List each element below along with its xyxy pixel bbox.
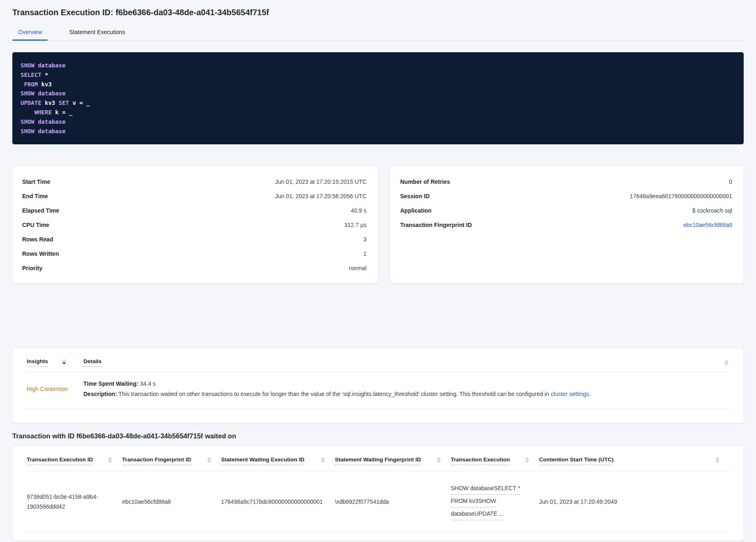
- summary-row-priority: Priority normal: [22, 261, 366, 275]
- contention-start-time-column-label[interactable]: Contention Start Time (UTC): [539, 456, 613, 465]
- summary-row-end-time: End Time Jun 01, 2023 at 17:20:56:2056 U…: [22, 189, 366, 203]
- description-label: Description:: [83, 391, 117, 397]
- sort-icon-insights[interactable]: [62, 359, 66, 365]
- time-spent-waiting-value: 34.4 s: [138, 380, 156, 387]
- summary-row-rows-read: Rows Read 3: [22, 232, 366, 246]
- txn-fingerprint-label: Transaction Fingerprint ID: [400, 222, 472, 228]
- summary-row-txn-fingerprint: Transaction Fingerprint ID ebc10ae56cfd8…: [400, 218, 732, 232]
- high-contention-badge: High Contention: [27, 386, 83, 392]
- column-header-txn-fingerprint-id: Transaction Fingerprint ID: [122, 456, 221, 465]
- summary-row-retries: Number of Retries 0: [400, 174, 732, 189]
- priority-label: Priority: [22, 265, 42, 271]
- time-spent-waiting-label: Time Spent Waiting:: [83, 380, 138, 387]
- summary-cards-row: Start Time Jun 01, 2023 at 17:20:15:2015…: [12, 166, 744, 283]
- summary-row-session-id: Session ID 17648a9eea6017800000000000000…: [400, 189, 732, 203]
- rows-written-label: Rows Written: [22, 250, 59, 257]
- application-label: Application: [400, 207, 431, 214]
- elapsed-time-value: 40.9 s: [351, 207, 366, 214]
- waited-on-table-header: Transaction Execution ID Transaction Fin…: [27, 446, 729, 471]
- insight-details: Time Spent Waiting: 34.4 s Description: …: [83, 380, 729, 397]
- txn-execution-line-1: SHOW databaseSELECT *: [451, 483, 520, 495]
- description-text: This transaction waited on other transac…: [117, 391, 551, 397]
- session-summary-card: Number of Retries 0 Session ID 17648a9ee…: [390, 166, 744, 283]
- details-column-label[interactable]: Details: [83, 358, 101, 367]
- insights-column-label[interactable]: Insights: [27, 358, 48, 367]
- insights-table-footer: [27, 409, 729, 423]
- start-time-value: Jun 01, 2023 at 17:20:15:2015 UTC: [275, 178, 366, 185]
- insights-column-header: Insights: [27, 358, 83, 367]
- rows-read-label: Rows Read: [22, 236, 53, 243]
- insights-table-header: Insights Details: [27, 348, 729, 372]
- page-container: Transaction Execution ID: f6be6366-da03-…: [0, 7, 756, 541]
- cell-stmt-waiting-fingerprint-id: \xdb8922f077541dda: [335, 497, 451, 507]
- txn-execution-column-label[interactable]: Transaction Execution: [451, 456, 510, 465]
- cpu-time-value: 312.7 µs: [344, 222, 366, 228]
- waited-on-table-footer: [27, 532, 729, 541]
- insights-table-card: Insights Details High Contention Time Sp…: [12, 348, 744, 423]
- end-time-label: End Time: [22, 193, 48, 199]
- waited-on-table-card: Transaction Execution ID Transaction Fin…: [12, 446, 744, 541]
- rows-written-value: 1: [363, 250, 366, 257]
- sort-icon-txn-execution-id[interactable]: [108, 457, 112, 463]
- application-value: $ cockroach sql: [692, 207, 732, 214]
- column-header-stmt-waiting-execution-id: Statement Waiting Execution ID: [221, 456, 335, 465]
- tab-statement-executions[interactable]: Statement Executions: [63, 25, 131, 40]
- tab-bar: Overview Statement Executions: [12, 25, 744, 41]
- column-header-contention-start-time: Contention Start Time (UTC): [539, 456, 729, 465]
- summary-row-cpu-time: CPU Time 312.7 µs: [22, 218, 366, 232]
- page-title: Transaction Execution ID: f6be6366-da03-…: [12, 7, 744, 18]
- stmt-waiting-fingerprint-id-column-label[interactable]: Statement Waiting Fingerprint ID: [335, 456, 421, 465]
- priority-value: normal: [349, 265, 366, 271]
- stmt-waiting-execution-id-column-label[interactable]: Statement Waiting Execution ID: [221, 456, 304, 465]
- cell-txn-fingerprint-id: ebc10ae56cfd88a8: [122, 497, 221, 507]
- column-header-txn-execution: Transaction Execution: [451, 456, 539, 465]
- cluster-settings-link[interactable]: cluster settings: [551, 391, 589, 397]
- column-header-stmt-waiting-fingerprint-id: Statement Waiting Fingerprint ID: [335, 456, 451, 465]
- cell-contention-start-time: Jun 01, 2023 at 17:20:49:2049: [539, 497, 729, 507]
- column-header-txn-execution-id: Transaction Execution ID: [27, 456, 122, 465]
- txn-execution-line-3: databaseUPDATE ...: [451, 509, 504, 520]
- insight-row: High Contention Time Spent Waiting: 34.4…: [27, 372, 729, 409]
- cpu-time-label: CPU Time: [22, 222, 49, 228]
- transaction-summary-card: Start Time Jun 01, 2023 at 17:20:15:2015…: [12, 166, 378, 283]
- end-time-value: Jun 01, 2023 at 17:20:56:2056 UTC: [275, 193, 366, 199]
- session-id-label: Session ID: [400, 193, 430, 199]
- cell-stmt-waiting-execution-id: 176498a9c717bdc80000000000000001: [221, 497, 335, 507]
- sort-icon-stmt-waiting-execution-id[interactable]: [321, 457, 325, 463]
- summary-row-elapsed-time: Elapsed Time 40.9 s: [22, 203, 366, 218]
- txn-execution-line-2: FROM kv3SHOW: [451, 496, 496, 507]
- summary-row-application: Application $ cockroach sql: [400, 203, 732, 218]
- sort-icon-txn-fingerprint-id[interactable]: [207, 457, 211, 463]
- rows-read-value: 3: [363, 236, 366, 243]
- start-time-label: Start Time: [22, 178, 50, 185]
- sort-icon-insights-right[interactable]: [724, 360, 728, 366]
- description-suffix: .: [589, 391, 591, 397]
- txn-execution-id-column-label[interactable]: Transaction Execution ID: [27, 456, 93, 465]
- session-id-value: 17648a9eea6017800000000000000001: [630, 193, 732, 199]
- sort-icon-contention-start-time[interactable]: [715, 457, 719, 463]
- elapsed-time-label: Elapsed Time: [22, 207, 59, 214]
- time-spent-waiting: Time Spent Waiting: 34.4 s: [83, 380, 729, 387]
- sort-icon-stmt-waiting-fingerprint-id[interactable]: [437, 457, 441, 463]
- summary-row-rows-written: Rows Written 1: [22, 246, 366, 261]
- txn-fingerprint-link[interactable]: ebc10ae56cfd88a8: [683, 222, 732, 228]
- waited-on-table-row: 9738d051-bc0e-4158-a9b4-1903586ddd42 ebc…: [27, 471, 729, 532]
- txn-fingerprint-id-column-label[interactable]: Transaction Fingerprint ID: [122, 456, 191, 465]
- sort-icon-txn-execution[interactable]: [525, 457, 529, 463]
- insight-description: Description: This transaction waited on …: [83, 391, 729, 397]
- retries-value: 0: [729, 178, 732, 185]
- cell-txn-execution-id: 9738d051-bc0e-4158-a9b4-1903586ddd42: [27, 492, 122, 512]
- retries-label: Number of Retries: [400, 178, 450, 185]
- sql-statements-box: SHOW databaseSELECT * FROM kv3SHOW datab…: [12, 52, 744, 144]
- cell-txn-execution-link[interactable]: SHOW databaseSELECT * FROM kv3SHOW datab…: [451, 482, 539, 521]
- summary-row-start-time: Start Time Jun 01, 2023 at 17:20:15:2015…: [22, 174, 366, 189]
- tab-overview[interactable]: Overview: [12, 25, 48, 40]
- waited-on-heading: Transaction with ID f6be6366-da03-48de-a…: [12, 432, 744, 440]
